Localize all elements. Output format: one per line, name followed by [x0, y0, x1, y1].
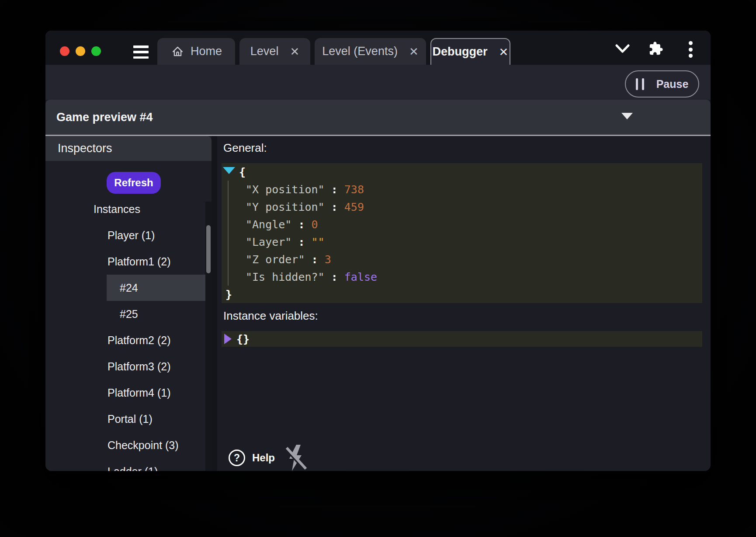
json-value: false [344, 271, 377, 283]
pause-button-label: Pause [656, 78, 689, 91]
tree-item-label: #25 [120, 308, 138, 321]
tree-item-label: Platform2 (2) [108, 334, 170, 347]
json-value: 3 [325, 253, 331, 266]
main-menu-icon[interactable] [133, 45, 149, 59]
json-key: "Z order" [246, 253, 305, 266]
sidebar-scrollbar-track[interactable] [205, 202, 212, 471]
tab-strip: HomeLevel✕Level (Events)✕Debugger✕ [157, 38, 510, 65]
sidebar-scrollbar-thumb[interactable] [206, 225, 211, 273]
help-row: ? Help [229, 444, 275, 471]
variables-value: {} [236, 331, 250, 347]
tree-item-label: Player (1) [108, 229, 155, 242]
refresh-button[interactable]: Refresh [107, 172, 161, 194]
game-preview-selector[interactable]: Game preview #4 [45, 100, 711, 135]
tab-home[interactable]: Home [157, 38, 235, 65]
json-separator: : [291, 236, 311, 248]
caret-down-icon [621, 113, 633, 119]
tab-close-icon[interactable]: ✕ [290, 46, 299, 57]
tree-item-ladder-1[interactable]: Ladder (1) [45, 458, 212, 471]
instances-tree: InstancesPlayer (1)Platform1 (2)#24#25Pl… [45, 196, 212, 471]
json-separator: : [325, 183, 344, 196]
tab-label: Level (Events) [322, 45, 398, 58]
tree-item-player-1[interactable]: Player (1) [45, 222, 212, 248]
window-controls [60, 46, 101, 56]
general-json-panel: {"X position" : 738"Y position" : 459"An… [222, 163, 702, 303]
inspector-content: General: {"X position" : 738"Y position"… [217, 136, 711, 471]
inspectors-header-label: Inspectors [58, 142, 112, 155]
sidebar-content-divider [212, 136, 217, 471]
json-key: "Y position" [246, 201, 325, 213]
tree-item-label: Ladder (1) [108, 465, 158, 471]
tab-label: Home [191, 45, 222, 58]
tree-item-platform1-2[interactable]: Platform1 (2) [45, 248, 212, 275]
close-window-button[interactable] [60, 46, 69, 56]
help-button[interactable]: ? Help [229, 450, 275, 466]
tree-item-checkpoint-3[interactable]: Checkpoint (3) [45, 432, 212, 458]
json-separator: : [325, 271, 344, 283]
tree-item-label: Platform3 (2) [108, 360, 170, 373]
tab-bar: HomeLevel✕Level (Events)✕Debugger✕ [45, 31, 711, 65]
json-key: "Angle" [246, 218, 291, 231]
json-separator: : [291, 218, 311, 231]
pause-button[interactable]: Pause [625, 70, 699, 98]
app-window: HomeLevel✕Level (Events)✕Debugger✕ Pause… [45, 31, 711, 471]
collapse-icon[interactable] [223, 167, 235, 174]
general-label: General: [223, 141, 267, 155]
json-value: 738 [344, 183, 364, 196]
tab-label: Debugger [433, 45, 488, 59]
json-value: 459 [344, 201, 364, 213]
tab-close-icon[interactable]: ✕ [499, 46, 509, 58]
kebab-menu-icon[interactable] [688, 41, 693, 58]
json-key: "X position" [246, 183, 325, 196]
tree-item-platform2-2[interactable]: Platform2 (2) [45, 327, 212, 353]
json-value: "" [312, 236, 325, 248]
tab-close-icon[interactable]: ✕ [409, 46, 419, 57]
json-close-row: } [222, 286, 702, 303]
tab-level[interactable]: Level✕ [239, 38, 310, 65]
main-area: Inspectors Refresh InstancesPlayer (1)Pl… [45, 136, 711, 471]
debugger-toolbar: Pause [45, 65, 711, 100]
json-key: "Is hidden?" [246, 271, 325, 283]
close-brace: } [225, 288, 232, 301]
json-entry-y-position: "Y position" : 459 [222, 198, 702, 216]
tree-item-25[interactable]: #25 [45, 301, 212, 327]
tree-item-platform3-2[interactable]: Platform3 (2) [45, 353, 212, 380]
json-open-row: { [222, 163, 702, 181]
tree-item-platform4-1[interactable]: Platform4 (1) [45, 380, 212, 406]
tree-item-24[interactable]: #24 [45, 275, 212, 301]
inspectors-sidebar: Inspectors Refresh InstancesPlayer (1)Pl… [45, 136, 212, 471]
tree-item-label: Platform4 (1) [108, 387, 170, 399]
json-separator: : [325, 201, 344, 213]
tree-item-label: Instances [94, 203, 140, 216]
variables-json-panel: {} [222, 331, 702, 347]
home-icon [170, 44, 185, 59]
json-separator: : [305, 253, 324, 266]
json-key: "Layer" [246, 236, 291, 248]
tree-item-instances[interactable]: Instances [45, 196, 212, 222]
json-entry-angle: "Angle" : 0 [222, 216, 702, 233]
tab-debugger[interactable]: Debugger✕ [430, 38, 510, 65]
json-entry-is-hidden: "Is hidden?" : false [222, 268, 702, 286]
extensions-icon[interactable] [648, 41, 663, 56]
question-mark-icon: ? [229, 450, 245, 466]
instance-variables-label: Instance variables: [223, 309, 318, 323]
game-preview-title: Game preview #4 [56, 100, 153, 135]
tree-item-label: Checkpoint (3) [108, 439, 179, 452]
flash-off-icon[interactable] [284, 444, 309, 471]
minimize-window-button[interactable] [76, 46, 85, 56]
inspectors-header: Inspectors [45, 136, 212, 161]
maximize-window-button[interactable] [91, 46, 101, 56]
tab-label: Level [250, 45, 279, 58]
json-entry-x-position: "X position" : 738 [222, 181, 702, 198]
tree-item-label: Platform1 (2) [108, 255, 170, 268]
json-entry-z-order: "Z order" : 3 [222, 251, 702, 268]
tree-item-portal-1[interactable]: Portal (1) [45, 406, 212, 432]
tree-item-label: Portal (1) [108, 413, 153, 425]
pause-icon [636, 78, 644, 90]
tree-item-label: #24 [120, 282, 138, 294]
expand-icon[interactable] [224, 334, 232, 344]
json-entry-layer: "Layer" : "" [222, 233, 702, 251]
json-value: 0 [312, 218, 318, 231]
tab-level-events[interactable]: Level (Events)✕ [315, 38, 426, 65]
chevron-down-icon[interactable] [615, 44, 630, 54]
